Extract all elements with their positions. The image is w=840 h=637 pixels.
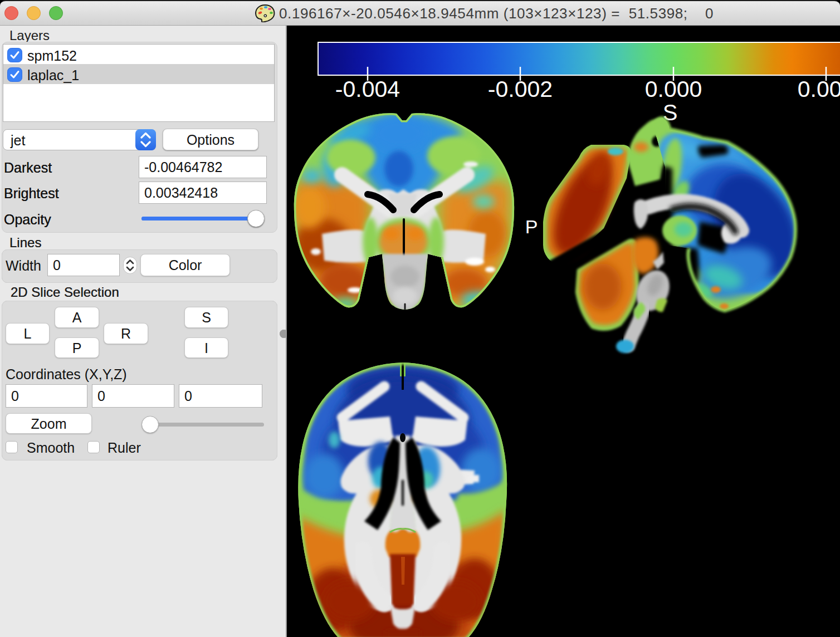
svg-text:-0.002: -0.002 (488, 76, 553, 102)
svg-text:0.002: 0.002 (798, 76, 840, 102)
svg-text:0.000: 0.000 (645, 76, 702, 102)
svg-text:-0.004: -0.004 (335, 76, 400, 102)
svg-text:P: P (525, 216, 538, 237)
